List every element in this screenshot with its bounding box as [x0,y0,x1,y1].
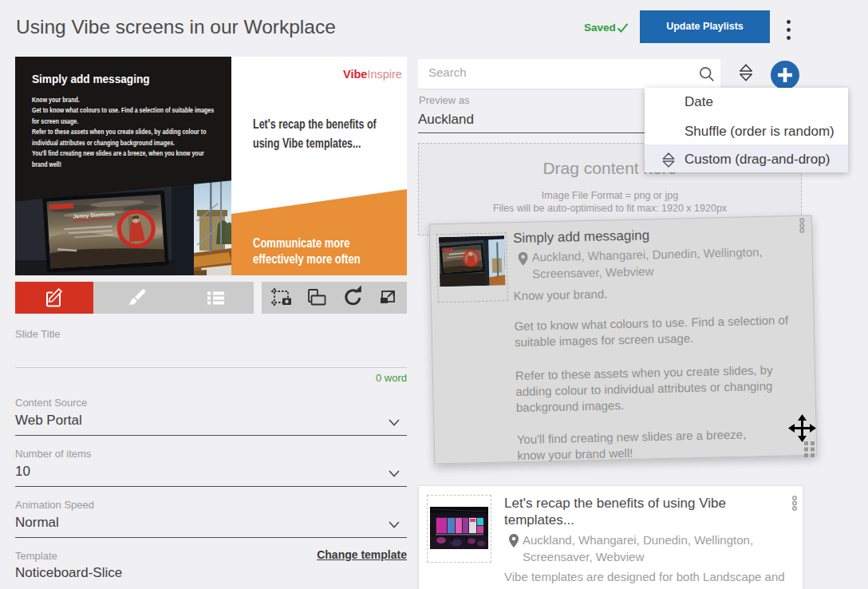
svg-text:Let's recap the benefits of: Let's recap the benefits of [253,117,377,131]
svg-text:Simply add messaging: Simply add messaging [32,73,150,86]
svg-text:Know your brand.: Know your brand. [32,95,80,104]
svg-text:using Vibe templates...: using Vibe templates... [253,136,361,150]
svg-text:VibeInspire: VibeInspire [343,68,402,81]
svg-text:individual attributes or chang: individual attributes or changing backgr… [32,138,175,147]
svg-text:brand well!: brand well! [32,160,61,168]
svg-text:for screen usage.: for screen usage. [32,117,78,125]
svg-text:effectively more often: effectively more often [253,252,361,267]
svg-text:Get to know what colours to us: Get to know what colours to use. Find a … [32,105,214,114]
svg-text:Communicate more: Communicate more [253,236,350,251]
svg-text:Refer to these assets when you: Refer to these assets when you create sl… [32,127,206,136]
svg-text:You'll find creating new slide: You'll find creating new slides are a br… [32,148,204,157]
